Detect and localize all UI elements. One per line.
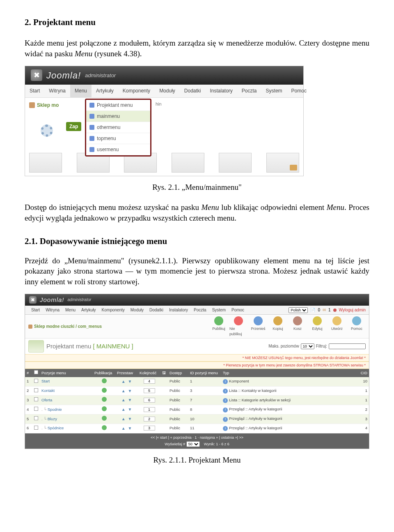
menu-pomoc[interactable]: Pomoc bbox=[287, 85, 311, 97]
published-icon[interactable] bbox=[102, 378, 107, 383]
published-icon[interactable] bbox=[102, 416, 107, 421]
col-publish[interactable]: Publikacja bbox=[93, 369, 115, 377]
edit-button[interactable]: Edytuj bbox=[308, 316, 326, 336]
language-select[interactable]: Polish bbox=[289, 307, 308, 313]
cell-access[interactable]: Public bbox=[168, 396, 188, 405]
move-down-icon[interactable]: ▼ bbox=[127, 407, 133, 412]
dropdown-othermenu[interactable]: othermenu bbox=[86, 122, 150, 133]
menu-poczta[interactable]: Poczta bbox=[191, 306, 209, 315]
menu-start[interactable]: Start bbox=[25, 85, 44, 97]
menu-moduly[interactable]: Moduły bbox=[128, 306, 147, 315]
dropdown-mainmenu[interactable]: mainmenu bbox=[86, 111, 150, 122]
col-name[interactable]: Pozycje menu bbox=[40, 369, 93, 377]
col-order[interactable]: Kolejność bbox=[138, 369, 160, 377]
col-type[interactable]: Typ bbox=[221, 369, 357, 377]
order-input[interactable] bbox=[144, 388, 155, 393]
move-up-icon[interactable]: ▲ bbox=[120, 389, 127, 393]
order-input[interactable] bbox=[144, 398, 155, 403]
dropdown-projektant-menu[interactable]: Projektant menu bbox=[86, 100, 150, 111]
menu-item-link[interactable]: Kontakt bbox=[41, 388, 55, 393]
copy-button[interactable]: Kopiuj bbox=[269, 316, 287, 336]
col-id[interactable]: ID pozycji menu bbox=[188, 369, 221, 377]
menu-pomoc[interactable]: Pomoc bbox=[229, 306, 247, 315]
dropdown-usermenu[interactable]: usermenu bbox=[86, 144, 150, 155]
menu-item-link[interactable]: Start bbox=[41, 379, 50, 383]
menu-komponenty[interactable]: Komponenty bbox=[118, 85, 155, 97]
thumbnail[interactable] bbox=[219, 153, 252, 173]
menu-artykuly[interactable]: Artykuły bbox=[78, 306, 99, 315]
col-num[interactable]: # bbox=[25, 369, 32, 377]
thumbnail[interactable] bbox=[266, 153, 299, 173]
cell-access[interactable]: Public bbox=[168, 386, 188, 396]
col-cid[interactable]: CID bbox=[357, 369, 369, 377]
row-checkbox[interactable] bbox=[34, 416, 38, 420]
menu-komponenty[interactable]: Komponenty bbox=[99, 306, 128, 315]
published-icon[interactable] bbox=[102, 425, 107, 430]
row-checkbox[interactable] bbox=[34, 426, 38, 430]
row-checkbox[interactable] bbox=[34, 397, 38, 401]
row-checkbox[interactable] bbox=[34, 388, 38, 392]
help-button[interactable]: Pomoc bbox=[348, 316, 366, 336]
move-down-icon[interactable]: ▼ bbox=[127, 417, 133, 421]
order-input[interactable] bbox=[144, 417, 155, 421]
dropdown-topmenu[interactable]: topmenu bbox=[86, 133, 150, 144]
menu-poczta[interactable]: Poczta bbox=[237, 85, 261, 97]
menu-witryna[interactable]: Witryna bbox=[43, 306, 62, 315]
menu-instalatory[interactable]: Instalatory bbox=[206, 85, 237, 97]
published-icon[interactable] bbox=[102, 388, 107, 393]
menu-item-link[interactable]: Bluzy bbox=[48, 417, 57, 421]
new-button[interactable]: Utwórz bbox=[328, 316, 346, 336]
cell-access[interactable]: Public bbox=[168, 415, 188, 424]
filter-input[interactable] bbox=[329, 343, 366, 349]
move-up-icon[interactable]: ▲ bbox=[120, 426, 127, 431]
mail-icon[interactable]: ✉ bbox=[323, 307, 326, 313]
logout-link[interactable]: Wyloguj admin bbox=[339, 307, 366, 313]
move-up-icon[interactable]: ▲ bbox=[120, 398, 127, 402]
move-up-icon[interactable]: ▲ bbox=[120, 407, 127, 412]
menu-start[interactable]: Start bbox=[28, 306, 43, 315]
menu-artykuly[interactable]: Artykuły bbox=[92, 85, 118, 97]
row-checkbox[interactable] bbox=[34, 379, 38, 383]
move-down-icon[interactable]: ▼ bbox=[127, 398, 133, 402]
pager-count-select[interactable]: 50 bbox=[186, 441, 200, 447]
menu-dodatki[interactable]: Dodatki bbox=[180, 85, 206, 97]
order-input[interactable] bbox=[144, 379, 155, 384]
unpublish-button[interactable]: Nie publikuj bbox=[229, 316, 247, 336]
checkbox-all[interactable] bbox=[34, 370, 38, 374]
trash-button[interactable]: Kosz bbox=[289, 316, 307, 336]
menu-system[interactable]: System bbox=[209, 306, 229, 315]
order-input[interactable] bbox=[144, 407, 155, 412]
levels-select[interactable]: 10 bbox=[301, 343, 314, 349]
menu-witryna[interactable]: Witryna bbox=[44, 85, 70, 97]
move-up-icon[interactable]: ▲ bbox=[120, 379, 127, 384]
publish-button[interactable]: Publikuj bbox=[210, 316, 228, 336]
cell-access[interactable]: Public bbox=[168, 377, 188, 386]
row-checkbox[interactable] bbox=[34, 407, 38, 411]
menu-instalatory[interactable]: Instalatory bbox=[166, 306, 191, 315]
menu-system[interactable]: System bbox=[261, 85, 287, 97]
order-input[interactable] bbox=[144, 426, 155, 431]
thumbnail[interactable] bbox=[172, 153, 204, 173]
cell-access[interactable]: Public bbox=[168, 405, 188, 415]
move-button[interactable]: Przenieś bbox=[249, 316, 267, 336]
preview-icon[interactable]: 📄 bbox=[310, 307, 315, 313]
menu-menu[interactable]: Menu bbox=[62, 306, 78, 315]
col-reorder[interactable]: Przestaw bbox=[115, 369, 138, 377]
menu-menu[interactable]: Menu bbox=[70, 85, 92, 97]
move-up-icon[interactable]: ▲ bbox=[120, 417, 127, 421]
move-down-icon[interactable]: ▼ bbox=[127, 389, 133, 393]
move-down-icon[interactable]: ▼ bbox=[127, 379, 133, 384]
menu-moduly[interactable]: Moduły bbox=[155, 85, 180, 97]
col-access[interactable]: Dostęp bbox=[168, 369, 188, 377]
published-icon[interactable] bbox=[102, 397, 107, 402]
pager-nav[interactable]: << |« start | « poprzednia · 1 · następn… bbox=[27, 435, 367, 440]
menu-item-link[interactable]: Spodnie bbox=[48, 407, 62, 412]
col-save-order[interactable]: 🖫 bbox=[160, 369, 168, 377]
move-down-icon[interactable]: ▼ bbox=[127, 426, 133, 431]
menu-item-link[interactable]: Spódnice bbox=[48, 426, 64, 430]
menu-dodatki[interactable]: Dodatki bbox=[147, 306, 166, 315]
cell-access[interactable]: Public bbox=[168, 424, 188, 433]
col-check[interactable] bbox=[32, 369, 40, 377]
thumbnail[interactable] bbox=[29, 153, 62, 173]
published-icon[interactable] bbox=[102, 406, 107, 411]
